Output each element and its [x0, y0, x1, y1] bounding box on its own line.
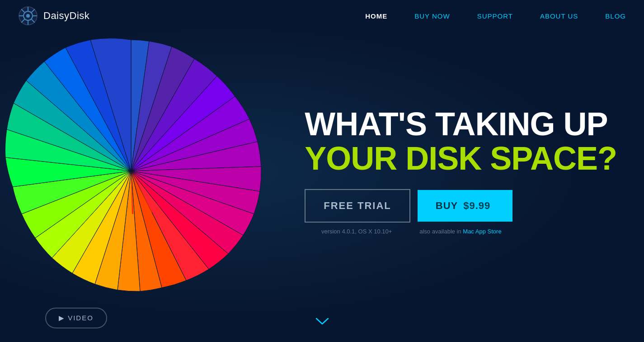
headline-line2: YOUR DISK SPACE? — [305, 142, 617, 176]
svg-point-2 — [26, 14, 30, 18]
logo-text: DaisyDisk — [43, 10, 89, 22]
cta-area: FREE TRIAL BUY $9.99 version 4.0.1, OS X… — [305, 189, 512, 235]
nav-buy-now[interactable]: BUY NOW — [414, 12, 450, 20]
meta-buy-text: also available in Mac App Store — [409, 228, 512, 235]
nav-support[interactable]: SUPPORT — [477, 12, 513, 20]
headline: WHAT'S TAKING UP YOUR DISK SPACE? — [305, 107, 617, 176]
cta-meta: version 4.0.1, OS X 10.10+ also availabl… — [305, 228, 512, 235]
logo-icon — [18, 6, 38, 26]
nav-blog[interactable]: BLOG — [605, 12, 626, 20]
free-trial-button[interactable]: FREE TRIAL — [305, 189, 410, 223]
navigation: DaisyDisk HOME BUY NOW SUPPORT ABOUT US … — [0, 0, 644, 32]
app-store-link[interactable]: Mac App Store — [463, 228, 501, 235]
buy-label: BUY — [436, 200, 458, 212]
scroll-down-indicator[interactable] — [315, 316, 329, 328]
cta-buttons: FREE TRIAL BUY $9.99 — [305, 189, 512, 223]
chevron-down-icon — [315, 317, 329, 326]
meta-buy-prefix: also available in — [419, 228, 463, 235]
right-content: WHAT'S TAKING UP YOUR DISK SPACE? FREE T… — [305, 107, 617, 235]
logo-area[interactable]: DaisyDisk — [18, 6, 89, 26]
buy-price: $9.99 — [463, 200, 490, 212]
disk-chart-area: 601,2 GB — [0, 13, 289, 329]
buy-button[interactable]: BUY $9.99 — [418, 190, 512, 222]
video-button[interactable]: ▶ VIDEO — [45, 308, 107, 328]
headline-line1: WHAT'S TAKING UP — [305, 107, 617, 142]
meta-trial-text: version 4.0.1, OS X 10.10+ — [305, 228, 409, 235]
nav-about-us[interactable]: ABOUT US — [540, 12, 578, 20]
disk-chart: 601,2 GB — [0, 13, 289, 329]
nav-home[interactable]: HOME — [365, 12, 387, 20]
nav-links: HOME BUY NOW SUPPORT ABOUT US BLOG — [365, 12, 626, 20]
